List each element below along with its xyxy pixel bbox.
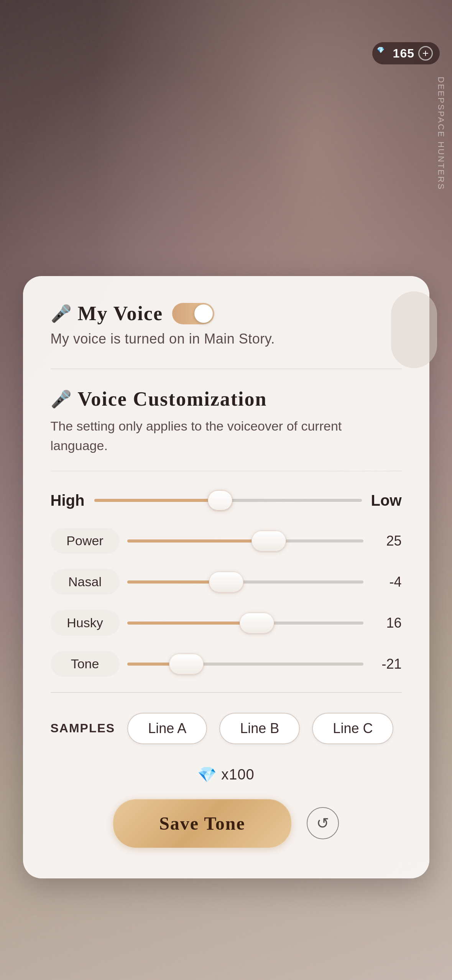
tone-slider-container[interactable] — [127, 655, 363, 673]
pitch-slider-container[interactable] — [94, 491, 362, 510]
my-voice-description: My voice is turned on in Main Story. — [51, 331, 275, 347]
nasal-value: -4 — [371, 574, 402, 590]
nasal-slider-track — [127, 580, 363, 584]
tone-value: -21 — [371, 656, 402, 672]
my-voice-title: My Voice — [78, 302, 163, 325]
reset-button[interactable]: ↺ — [307, 807, 339, 839]
voice-custom-header: 🎤 Voice Customization — [51, 388, 402, 410]
tone-slider-row: Tone -21 — [51, 651, 402, 677]
pitch-slider-track — [94, 499, 362, 502]
power-slider-thumb[interactable] — [251, 531, 286, 551]
tone-slider-track — [127, 663, 363, 666]
nasal-slider-container[interactable] — [127, 573, 363, 591]
pitch-high-label: High — [51, 492, 85, 509]
cost-row: 💎 x100 — [51, 766, 402, 784]
my-voice-header: 🎤 My Voice — [51, 302, 215, 325]
save-row: Save Tone ↺ — [51, 799, 402, 848]
tone-label: Tone — [51, 651, 120, 677]
my-voice-section: 🎤 My Voice My voice is turned on in Main… — [51, 302, 402, 347]
voice-settings-modal: 🎤 My Voice My voice is turned on in Main… — [23, 276, 429, 878]
pitch-low-label: Low — [371, 492, 402, 509]
voice-customization-section: 🎤 Voice Customization The setting only a… — [51, 368, 402, 848]
power-slider-container[interactable] — [127, 532, 363, 550]
voice-custom-title: Voice Customization — [78, 388, 267, 410]
currency-amount: 165 — [393, 46, 414, 61]
husky-slider-container[interactable] — [127, 614, 363, 632]
my-voice-toggle[interactable] — [172, 303, 214, 324]
sample-line-b-button[interactable]: Line B — [219, 713, 300, 744]
pitch-slider-thumb[interactable] — [208, 490, 232, 510]
modal-decoration — [391, 291, 437, 368]
pitch-slider-row: High Low — [51, 491, 402, 510]
husky-slider-track — [127, 622, 363, 625]
husky-slider-row: Husky 16 — [51, 610, 402, 636]
gem-icon: 💎 — [377, 46, 391, 60]
husky-value: 16 — [371, 615, 402, 631]
samples-label: SAMPLES — [51, 721, 115, 735]
save-tone-button[interactable]: Save Tone — [113, 799, 291, 848]
cost-amount: x100 — [221, 766, 254, 783]
power-value: 25 — [371, 533, 402, 549]
nasal-label: Nasal — [51, 569, 120, 595]
nasal-slider-row: Nasal -4 — [51, 569, 402, 595]
toggle-knob — [194, 304, 213, 323]
my-voice-icon: 🎤 — [51, 304, 72, 324]
side-text: DEEPSPACE HUNTERS — [436, 77, 446, 190]
slider-area: High Low Power 25 — [51, 471, 402, 677]
sample-line-a-button[interactable]: Line A — [127, 713, 207, 744]
tone-slider-thumb[interactable] — [169, 654, 204, 674]
power-slider-track — [127, 539, 363, 543]
cost-gem-icon: 💎 — [197, 766, 217, 784]
currency-plus-button[interactable]: + — [418, 46, 433, 61]
section-divider — [51, 692, 402, 693]
power-slider-row: Power 25 — [51, 528, 402, 554]
power-label: Power — [51, 528, 120, 554]
voice-custom-description: The setting only applies to the voiceove… — [51, 416, 402, 455]
nasal-slider-thumb[interactable] — [209, 572, 243, 592]
husky-label: Husky — [51, 610, 120, 636]
sample-line-c-button[interactable]: Line C — [312, 713, 393, 744]
currency-badge: 💎 165 + — [372, 42, 440, 64]
husky-slider-thumb[interactable] — [240, 613, 274, 633]
samples-row: SAMPLES Line A Line B Line C — [51, 713, 402, 744]
voice-custom-icon: 🎤 — [51, 389, 72, 409]
